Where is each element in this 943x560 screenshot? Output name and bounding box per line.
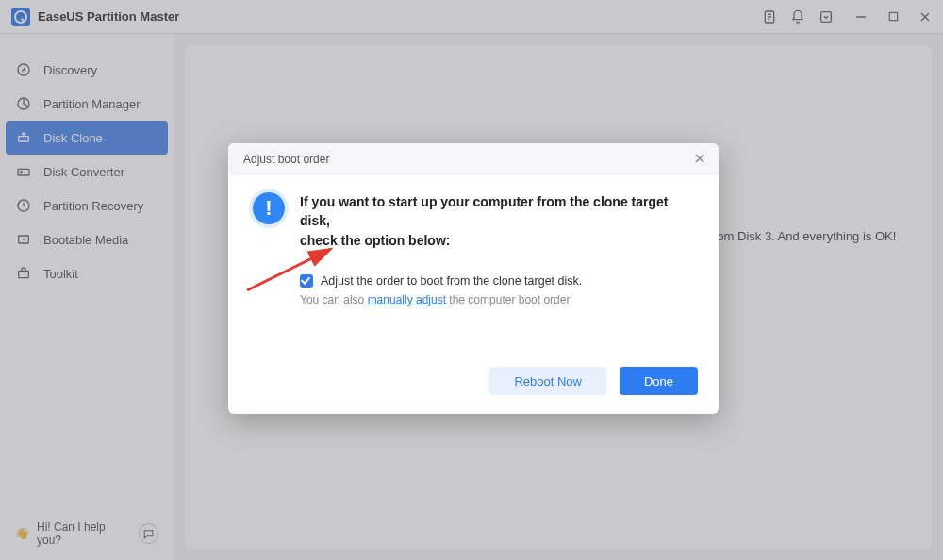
adjust-order-checkbox[interactable] xyxy=(300,274,313,288)
info-icon: ! xyxy=(253,192,285,224)
dialog-footer: Reboot Now Done xyxy=(228,354,719,414)
dialog-body: ! If you want to start up your computer … xyxy=(228,175,719,316)
reboot-now-button[interactable]: Reboot Now xyxy=(489,367,606,395)
dialog-content: If you want to start up your computer fr… xyxy=(300,192,694,306)
dialog-heading-line2: check the option below: xyxy=(300,233,450,248)
dialog-title: Adjust boot order xyxy=(243,153,329,166)
done-button[interactable]: Done xyxy=(620,367,698,395)
checkbox-label: Adjust the order to boot from the clone … xyxy=(321,274,582,288)
checkbox-row: Adjust the order to boot from the clone … xyxy=(300,274,694,288)
dialog-close-button[interactable] xyxy=(692,151,707,166)
adjust-boot-order-dialog: Adjust boot order ! If you want to start… xyxy=(228,143,719,414)
manual-adjust-link[interactable]: manually adjust xyxy=(368,293,446,306)
dialog-heading: If you want to start up your computer fr… xyxy=(300,192,694,250)
hint-suffix: the computer boot order xyxy=(446,293,570,306)
hint-prefix: You can also xyxy=(300,293,368,306)
dialog-heading-line1: If you want to start up your computer fr… xyxy=(300,194,668,228)
dialog-header: Adjust boot order xyxy=(228,143,719,175)
hint-text: You can also manually adjust the compute… xyxy=(300,293,694,306)
